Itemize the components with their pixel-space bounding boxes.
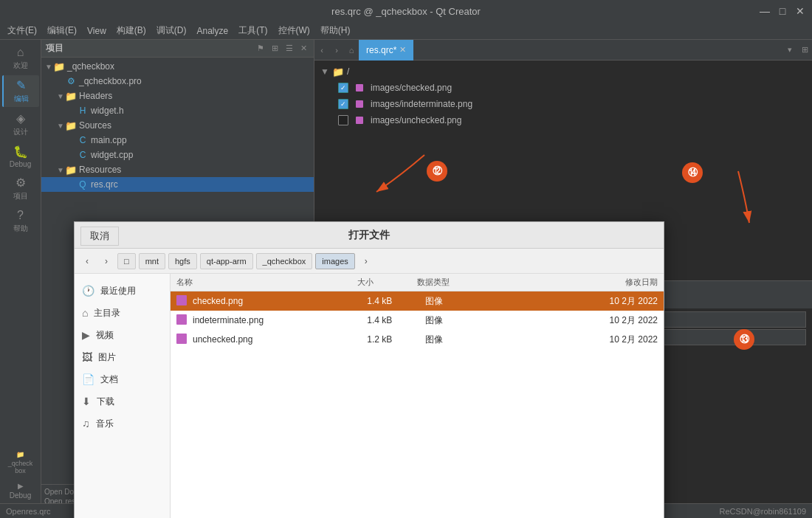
tab-res-qrc[interactable]: res.qrc* ✕ bbox=[359, 40, 413, 61]
tree-label-widget-h: widget.h bbox=[91, 106, 124, 116]
project-root-icon: 📁 bbox=[53, 61, 65, 72]
tree-arrow-sources: ▼ bbox=[56, 122, 65, 130]
nav-debug-label: Debug bbox=[10, 160, 31, 168]
resource-file-indeterminate[interactable]: ✓ images/indeterminate.png bbox=[320, 96, 806, 112]
menu-edit[interactable]: 编辑(E) bbox=[43, 23, 81, 38]
tree-item-res-qrc[interactable]: Q res.qrc bbox=[41, 177, 314, 192]
menu-controls[interactable]: 控件(W) bbox=[274, 23, 314, 38]
tab-home-button[interactable]: ⌂ bbox=[344, 40, 359, 61]
title-bar: res.qrc @ _qcheckbox - Qt Creator — □ ✕ bbox=[0, 0, 812, 22]
file-table-header: 名称 大小 数据类型 修改日期 bbox=[171, 274, 664, 291]
minimize-button[interactable]: — bbox=[759, 5, 771, 17]
checked-filename: checked.png bbox=[193, 296, 367, 306]
tree-item-widget-cpp[interactable]: C widget.cpp bbox=[41, 148, 314, 162]
menu-tools[interactable]: 工具(T) bbox=[234, 23, 272, 38]
nav-help[interactable]: ? 帮助 bbox=[2, 206, 39, 237]
nav-welcome[interactable]: ⌂ 欢迎 bbox=[2, 43, 39, 74]
home-icon: ⌂ bbox=[82, 307, 88, 319]
path-segment-mnt[interactable]: mnt bbox=[139, 253, 165, 269]
file-row-indeterminate[interactable]: indeterminate.png 1.4 kB 图像 10 2月 2022 bbox=[171, 311, 664, 330]
panel-close-icon[interactable]: ✕ bbox=[298, 43, 309, 54]
nav-debug[interactable]: 🐛 Debug bbox=[2, 142, 39, 171]
unchecked-filename: unchecked.png bbox=[193, 334, 367, 345]
tree-item-widget-h[interactable]: H widget.h bbox=[41, 103, 314, 118]
nav-welcome-label: 欢迎 bbox=[13, 61, 28, 71]
path-dropdown-button[interactable]: › bbox=[358, 253, 374, 269]
unchecked-size: 1.2 kB bbox=[367, 334, 425, 345]
sidebar-pictures[interactable]: 🖼 图片 bbox=[75, 346, 170, 368]
tree-item-headers[interactable]: ▼ 📁 Headers bbox=[41, 89, 314, 103]
checked-size: 1.4 kB bbox=[367, 296, 425, 306]
tab-back-button[interactable]: ‹ bbox=[314, 40, 329, 61]
resource-file-unchecked[interactable]: images/unchecked.png bbox=[320, 112, 806, 128]
path-segment-root[interactable]: □ bbox=[117, 253, 136, 269]
qcheckbox-bottom-label: _qcheckbox bbox=[8, 460, 33, 474]
path-segment-images[interactable]: images bbox=[315, 253, 354, 269]
dialog-header: 打开文件 bbox=[75, 222, 664, 249]
panel-filter-icon[interactable]: ⚑ bbox=[255, 43, 266, 54]
col-size-header: 大小 bbox=[357, 277, 418, 288]
nav-design[interactable]: ◈ 设计 bbox=[2, 108, 39, 140]
menu-file[interactable]: 文件(E) bbox=[3, 23, 41, 38]
tree-arrow-headers: ▼ bbox=[56, 92, 65, 100]
close-button[interactable]: ✕ bbox=[794, 5, 806, 17]
tab-dropdown-button[interactable]: ▾ bbox=[782, 40, 797, 61]
root-icon: □ bbox=[124, 257, 129, 266]
sidebar-recent[interactable]: 🕐 最近使用 bbox=[75, 280, 170, 302]
unchecked-checkbox-icon bbox=[338, 115, 348, 125]
menu-analyze[interactable]: Analyze bbox=[192, 24, 233, 38]
checked-png-icon bbox=[356, 84, 363, 91]
pro-file-icon: ⚙ bbox=[65, 76, 77, 86]
indeterminate-file-icon bbox=[176, 314, 190, 327]
menu-build[interactable]: 构建(B) bbox=[112, 23, 151, 38]
tab-close-icon[interactable]: ✕ bbox=[399, 45, 406, 55]
nav-qcheckbox-bottom[interactable]: 📁 _qcheckbox bbox=[2, 448, 39, 477]
sidebar-video-label: 视频 bbox=[96, 329, 114, 342]
path-segment-qt-app-arm[interactable]: qt-app-arm bbox=[200, 253, 253, 269]
debug-icon: 🐛 bbox=[13, 145, 28, 159]
resource-root-folder[interactable]: ▼ 📁 / bbox=[320, 63, 806, 80]
indeterminate-type: 图像 bbox=[425, 314, 542, 327]
tab-split-button[interactable]: ⊞ bbox=[797, 40, 812, 61]
file-row-checked[interactable]: checked.png 1.4 kB 图像 10 2月 2022 bbox=[171, 291, 664, 311]
path-segment-hgfs[interactable]: hgfs bbox=[168, 253, 197, 269]
unchecked-date: 10 2月 2022 bbox=[542, 334, 658, 346]
sidebar-music[interactable]: ♫ 音乐 bbox=[75, 412, 170, 435]
checked-file-icon bbox=[176, 295, 190, 308]
tree-item-main-cpp[interactable]: C main.cpp bbox=[41, 133, 314, 148]
tree-item-root[interactable]: ▼ 📁 _qcheckbox bbox=[41, 59, 314, 74]
nav-project[interactable]: ⚙ 项目 bbox=[2, 173, 39, 204]
sidebar-downloads[interactable]: ⬇ 下载 bbox=[75, 390, 170, 412]
sources-folder-icon: 📁 bbox=[65, 120, 77, 131]
path-forward-button[interactable]: › bbox=[98, 253, 114, 269]
tab-forward-button[interactable]: › bbox=[329, 40, 344, 61]
menu-debug[interactable]: 调试(D) bbox=[152, 23, 191, 38]
nav-edit[interactable]: ✎ 编辑 bbox=[2, 75, 39, 107]
dialog-body: 🕐 最近使用 ⌂ 主目录 ▶ 视频 🖼 图片 📄 文档 ⬇ 下载 bbox=[75, 274, 664, 518]
menu-help[interactable]: 帮助(H) bbox=[316, 23, 355, 38]
col-name-header: 名称 bbox=[176, 277, 357, 288]
unchecked-file-icon bbox=[176, 334, 190, 346]
nav-debug-bottom[interactable]: ▶ Debug bbox=[2, 479, 39, 503]
cancel-button[interactable]: 取消 bbox=[80, 227, 119, 246]
tree-item-pro[interactable]: ⚙ _qcheckbox.pro bbox=[41, 74, 314, 89]
sidebar-home[interactable]: ⌂ 主目录 bbox=[75, 302, 170, 324]
panel-sync-icon[interactable]: ⊞ bbox=[269, 43, 281, 54]
path-segment-qcheckbox[interactable]: _qcheckbox bbox=[256, 253, 313, 269]
file-row-unchecked[interactable]: unchecked.png 1.2 kB 图像 10 2月 2022 bbox=[171, 330, 664, 349]
tree-item-sources[interactable]: ▼ 📁 Sources bbox=[41, 118, 314, 133]
sidebar-documents[interactable]: 📄 文档 bbox=[75, 368, 170, 390]
cpp-widget-icon: C bbox=[77, 150, 89, 160]
tree-item-resources[interactable]: ▼ 📁 Resources bbox=[41, 162, 314, 177]
sidebar-video[interactable]: ▶ 视频 bbox=[75, 324, 170, 346]
tab-res-qrc-label: res.qrc* bbox=[366, 45, 396, 55]
sidebar-music-label: 音乐 bbox=[96, 418, 114, 430]
path-back-button[interactable]: ‹ bbox=[79, 253, 95, 269]
panel-settings-icon[interactable]: ☰ bbox=[283, 43, 295, 54]
pictures-icon: 🖼 bbox=[82, 351, 92, 363]
resource-file-checked[interactable]: ✓ images/checked.png bbox=[320, 80, 806, 96]
maximize-button[interactable]: □ bbox=[777, 5, 788, 17]
tree-label-main-cpp: main.cpp bbox=[91, 135, 127, 145]
recent-icon: 🕐 bbox=[82, 285, 94, 297]
menu-view[interactable]: View bbox=[83, 24, 111, 38]
